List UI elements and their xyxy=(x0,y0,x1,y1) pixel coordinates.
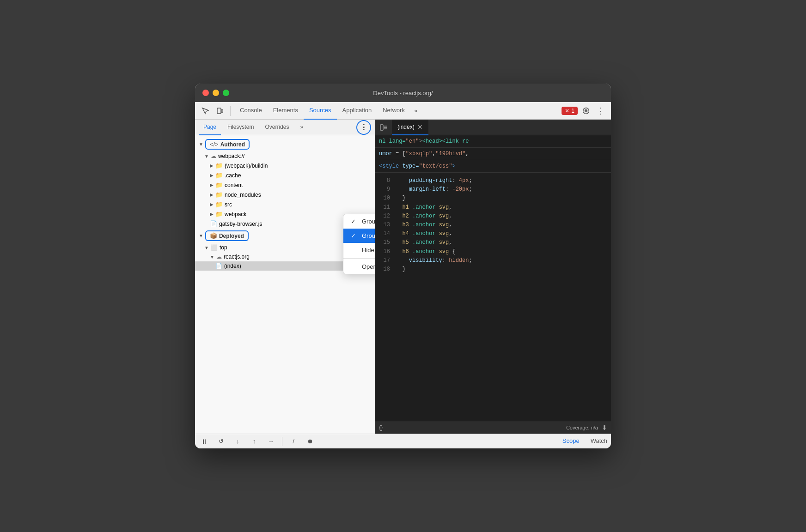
tab-label: (index) xyxy=(397,124,415,130)
check-icon: ✓ xyxy=(351,232,358,239)
close-button[interactable] xyxy=(202,90,209,96)
svg-point-2 xyxy=(585,110,587,112)
window-title: DevTools - reactjs.org/ xyxy=(373,90,433,97)
settings-button[interactable] xyxy=(580,104,592,117)
more-options-button[interactable]: ⋮ xyxy=(594,104,607,117)
maximize-button[interactable] xyxy=(223,90,229,96)
tab-scope[interactable]: Scope xyxy=(562,433,580,449)
code-line-16: h6 .anchor svg { xyxy=(396,248,607,256)
format-button[interactable]: {} xyxy=(379,424,383,431)
svg-rect-0 xyxy=(217,108,221,114)
pause-button[interactable]: ⏸ xyxy=(199,436,210,447)
menu-item-label: Group by Authored/Deployed xyxy=(362,232,375,239)
error-count: 1 xyxy=(571,108,574,114)
sub-tab-page[interactable]: Page xyxy=(199,120,221,135)
devtools-window: DevTools - reactjs.org/ Console Elements… xyxy=(195,84,611,448)
folder-icon: 📁 xyxy=(215,211,223,218)
tree-item-node-modules[interactable]: ▶ 📁 node_modules xyxy=(195,190,375,200)
sub-tab-more[interactable]: » xyxy=(295,120,308,135)
collapse-sidebar-button[interactable] xyxy=(377,121,390,134)
code-line-8: padding-right: 4px; xyxy=(396,176,607,185)
code-content: padding-right: 4px; margin-left: -20px; … xyxy=(392,173,611,421)
pause-on-exception-button[interactable]: ⏺ xyxy=(305,436,316,447)
tab-application[interactable]: Application xyxy=(337,102,378,120)
menu-item-hide-ignore[interactable]: Hide ignore-listed sources 🏷 xyxy=(343,243,375,257)
item-label: top xyxy=(220,244,227,251)
menu-item-label: Group by folder xyxy=(362,218,375,225)
menu-item-group-by-folder[interactable]: ✓ Group by folder xyxy=(343,214,375,229)
authored-label: Authored xyxy=(220,141,245,148)
left-panel: Page Filesystem Overrides » ⋮ ▼ </> Auth… xyxy=(195,120,375,434)
code-line-18: } xyxy=(396,265,607,274)
tab-sources[interactable]: Sources xyxy=(304,102,337,120)
item-label: src xyxy=(225,201,232,208)
close-tab-button[interactable]: ✕ xyxy=(417,123,423,131)
folder-icon: 📁 xyxy=(215,181,223,188)
tab-watch[interactable]: Watch xyxy=(591,433,607,449)
toolbar-tabs: Console Elements Sources Application Net… xyxy=(234,102,560,120)
more-tabs-button[interactable]: » xyxy=(410,107,421,114)
tab-elements[interactable]: Elements xyxy=(268,102,304,120)
tree-item-cache[interactable]: ▶ 📁 .cache xyxy=(195,170,375,180)
bottom-panel-tabs: Scope Watch xyxy=(562,433,607,449)
error-icon: ✕ xyxy=(565,108,569,114)
editor-status-bar: {} Coverage: n/a ⬇ xyxy=(375,421,611,434)
menu-divider xyxy=(343,258,375,259)
debugger-controls: ⏸ ↺ ↓ ↑ → / ⏺ xyxy=(199,436,316,447)
square-icon: ⬜ xyxy=(211,244,218,251)
folder-icon: 📁 xyxy=(215,162,223,169)
deployed-label: Deployed xyxy=(219,233,244,239)
code-line-15: h5 .anchor svg, xyxy=(396,238,607,247)
item-label: content xyxy=(225,182,243,188)
main-toolbar: Console Elements Sources Application Net… xyxy=(195,102,611,120)
folder-icon: 📁 xyxy=(215,172,223,179)
sub-toolbar: Page Filesystem Overrides » ⋮ xyxy=(195,120,375,135)
file-icon: 📄 xyxy=(215,263,222,269)
debugger-toolbar: ⏸ ↺ ↓ ↑ → / ⏺ Scope Watch xyxy=(195,434,611,448)
cloud-icon: ☁ xyxy=(211,153,216,159)
step-button[interactable]: → xyxy=(265,436,276,447)
cloud-icon: ☁ xyxy=(216,254,222,260)
authored-section[interactable]: ▼ </> Authored xyxy=(195,137,375,151)
tree-item-webpack[interactable]: ▼ ☁ webpack:// xyxy=(195,151,375,161)
js-var: umor xyxy=(379,151,392,157)
tree-item-content[interactable]: ▶ 📁 content xyxy=(195,180,375,190)
step-over-button[interactable]: ↺ xyxy=(215,436,226,447)
code-line-14: h4 .anchor svg, xyxy=(396,230,607,238)
menu-item-label: Hide ignore-listed sources xyxy=(362,247,375,254)
minimize-button[interactable] xyxy=(213,90,219,96)
coverage-icon[interactable]: ⬇ xyxy=(602,424,607,431)
error-count-badge[interactable]: ✕ 1 xyxy=(562,107,578,115)
js-snippet: umor = ["xbsqlp","190hivd", xyxy=(375,148,611,160)
tree-item-buildin[interactable]: ▶ 📁 (webpack)/buildin xyxy=(195,161,375,170)
tree-item-src[interactable]: ▶ 📁 src xyxy=(195,200,375,209)
editor-tab-index[interactable]: (index) ✕ xyxy=(392,120,428,135)
inspect-element-button[interactable] xyxy=(199,104,212,117)
context-menu: ✓ Group by folder ✓ Group by Authored/De… xyxy=(343,214,375,274)
three-dots-menu-button[interactable]: ⋮ xyxy=(356,120,371,135)
device-toolbar-button[interactable] xyxy=(214,104,226,117)
check-icon: ✓ xyxy=(351,218,358,225)
tab-network[interactable]: Network xyxy=(377,102,410,120)
sub-tab-filesystem[interactable]: Filesystem xyxy=(223,120,258,135)
status-divider xyxy=(282,437,282,446)
deactivate-button[interactable]: / xyxy=(288,436,299,447)
item-label: gatsby-browser.js xyxy=(219,221,262,227)
folder-icon: 📁 xyxy=(215,191,223,198)
sub-tab-overrides[interactable]: Overrides xyxy=(260,120,293,135)
step-into-button[interactable]: ↓ xyxy=(232,436,243,447)
menu-item-group-authored-deployed[interactable]: ✓ Group by Authored/Deployed 🏷 xyxy=(343,229,375,243)
tab-console[interactable]: Console xyxy=(234,102,268,120)
item-label: reactjs.org xyxy=(224,254,250,260)
box-icon: 📦 xyxy=(210,232,217,239)
step-out-button[interactable]: ↑ xyxy=(249,436,260,447)
menu-item-open-file[interactable]: Open file ⌘ P xyxy=(343,260,375,274)
code-line-9: margin-left: -20px; xyxy=(396,185,607,194)
style-snippet: <style type="text/css"> xyxy=(375,160,611,173)
code-line-13: h3 .anchor svg, xyxy=(396,221,607,230)
code-line-17: visibility: hidden; xyxy=(396,256,607,265)
traffic-lights xyxy=(202,90,229,96)
svg-rect-1 xyxy=(221,109,223,113)
right-panel: (index) ✕ nl lang="en"><head><link re um… xyxy=(375,120,611,434)
code-brackets-icon: </> xyxy=(210,141,219,148)
